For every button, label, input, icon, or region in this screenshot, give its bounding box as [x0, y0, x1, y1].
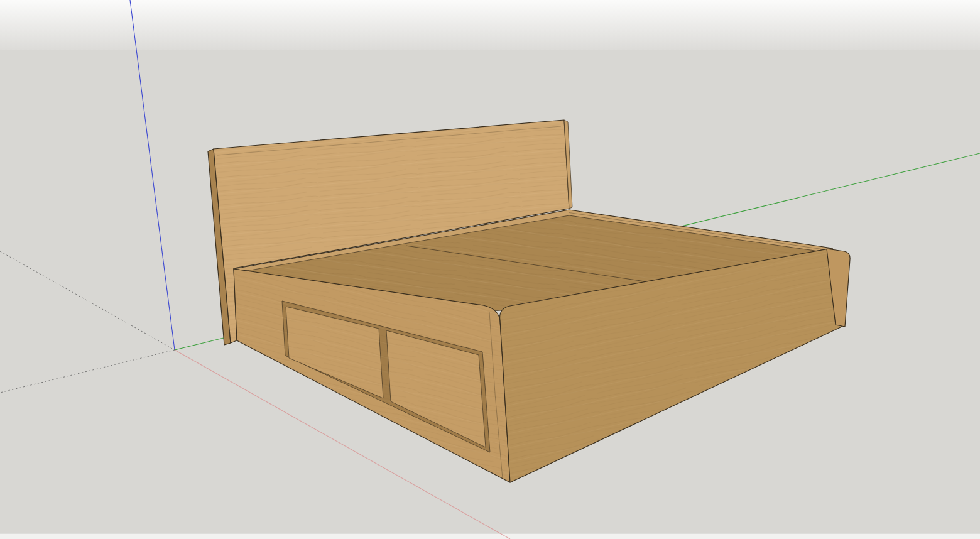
modeling-canvas[interactable] [0, 0, 980, 539]
bottom-edge-line [0, 533, 980, 533]
sky-band [0, 0, 980, 50]
sketchup-viewport[interactable] [0, 0, 980, 539]
bottom-strip [0, 533, 980, 539]
